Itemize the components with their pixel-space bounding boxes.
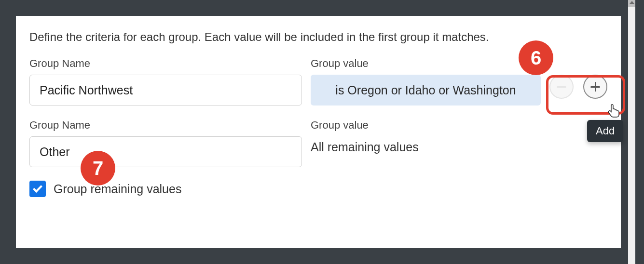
instruction-text: Define the criteria for each group. Each… — [29, 30, 607, 44]
group-remaining-checkbox[interactable] — [29, 181, 46, 197]
add-tooltip: Add — [587, 120, 623, 142]
group-remaining-row: Group remaining values — [29, 181, 607, 197]
plus-icon — [590, 82, 600, 92]
group-value-pill[interactable]: is Oregon or Idaho or Washington — [311, 75, 541, 106]
add-group-button[interactable] — [583, 75, 607, 99]
group-value-label: Group value — [311, 119, 607, 132]
group-definition-panel: Define the criteria for each group. Each… — [16, 16, 621, 248]
group-name-input[interactable] — [29, 75, 302, 106]
minus-icon — [557, 86, 566, 88]
group-row: Group Name Group value is Oregon or Idah… — [29, 57, 607, 106]
group-value-static: All remaining values — [311, 140, 607, 154]
checkmark-icon — [33, 183, 42, 193]
scrollbar-thumb[interactable] — [628, 0, 635, 7]
group-name-label: Group Name — [29, 119, 302, 132]
remove-group-button — [549, 75, 574, 99]
scrollbar-track[interactable] — [628, 0, 635, 264]
group-value-label: Group value — [311, 57, 541, 70]
group-remaining-label: Group remaining values — [54, 182, 181, 196]
group-name-label: Group Name — [29, 57, 302, 70]
group-name-input[interactable] — [29, 136, 302, 167]
group-row: Group Name Group value All remaining val… — [29, 119, 607, 167]
scroll-up-arrow-icon — [630, 1, 634, 4]
